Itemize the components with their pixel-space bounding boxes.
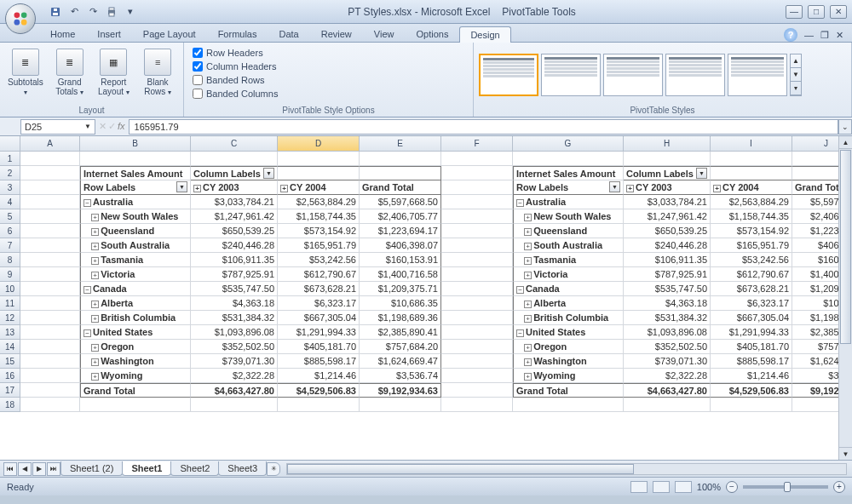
cell[interactable] [711,166,792,180]
cell[interactable]: $1,291,994.33 [278,325,360,340]
cell[interactable] [20,369,80,383]
cell[interactable]: +New South Wales [80,209,191,224]
cell[interactable]: +South Australia [513,238,624,253]
gallery-more-icon[interactable]: ▾ [791,82,801,95]
cell[interactable]: $3,033,784.21 [191,195,278,209]
sheet-tab[interactable]: Sheet1 [122,461,171,476]
sheet-tab[interactable]: Sheet2 [170,461,219,476]
cell[interactable]: +British Columbia [80,311,191,325]
style-thumb[interactable] [479,54,538,96]
cell[interactable]: $352,502.50 [191,340,278,354]
row-headers-checkbox[interactable]: Row Headers [189,46,267,60]
cell[interactable]: +Alberta [513,296,624,311]
cell[interactable]: −United States [513,325,624,340]
cell[interactable] [278,166,360,180]
banded-columns-checkbox[interactable]: Banded Columns [189,87,281,100]
cell[interactable] [441,282,513,296]
cell[interactable]: $4,529,506.83 [711,383,792,398]
cell[interactable]: $573,154.92 [278,224,360,238]
cell[interactable] [20,166,80,180]
cell[interactable] [513,152,624,166]
column-header[interactable]: I [711,136,792,152]
cell[interactable] [441,238,513,253]
zoom-slider[interactable] [743,485,828,489]
cell[interactable]: $1,400,716.58 [360,267,441,282]
cell[interactable]: $573,154.92 [711,224,792,238]
cancel-formula-icon[interactable]: ✕ [99,121,106,132]
cell[interactable] [513,398,624,412]
cell[interactable]: Internet Sales Amount [513,166,624,180]
cell[interactable]: $667,305.04 [278,311,360,325]
cell[interactable]: $535,747.50 [191,282,278,296]
cell[interactable]: $4,529,506.83 [278,383,360,398]
cell[interactable] [20,253,80,267]
sheet-nav-next[interactable]: ▶ [32,462,46,476]
row-header[interactable]: 2 [0,166,20,180]
row-header[interactable]: 18 [0,398,20,412]
cell[interactable]: +Victoria [80,267,191,282]
cell[interactable]: $739,071.30 [191,354,278,369]
cell[interactable]: $673,628.21 [711,282,792,296]
cell[interactable]: +South Australia [80,238,191,253]
sheet-tab[interactable]: Sheet3 [218,461,267,476]
cell[interactable]: $667,305.04 [711,311,792,325]
cell[interactable]: $535,747.50 [624,282,711,296]
cell[interactable]: $885,598.17 [278,354,360,369]
cell[interactable] [191,398,278,412]
cell[interactable]: −United States [80,325,191,340]
cell[interactable]: Column Labels▼ [624,166,711,180]
cell[interactable] [441,209,513,224]
cell[interactable]: $2,322.28 [191,369,278,383]
column-header[interactable]: F [441,136,513,152]
cell[interactable]: $3,033,784.21 [624,195,711,209]
row-header[interactable]: 12 [0,311,20,325]
cell[interactable] [278,152,360,166]
cell[interactable]: $1,209,375.71 [360,282,441,296]
row-header[interactable]: 10 [0,282,20,296]
cell[interactable] [624,152,711,166]
zoom-level[interactable]: 100% [697,482,721,492]
cell[interactable]: $1,291,994.33 [711,325,792,340]
cell[interactable]: $1,247,961.42 [624,209,711,224]
tab-view[interactable]: View [363,26,406,42]
cell[interactable] [20,311,80,325]
cell[interactable] [80,398,191,412]
cell[interactable]: +Queensland [80,224,191,238]
cell[interactable] [191,152,278,166]
tab-page-layout[interactable]: Page Layout [132,26,207,42]
cell[interactable]: $673,628.21 [278,282,360,296]
row-header[interactable]: 9 [0,267,20,282]
cell[interactable]: $757,684.20 [360,340,441,354]
cell[interactable]: −Canada [513,282,624,296]
cell[interactable]: $405,181.70 [711,340,792,354]
banded-rows-checkbox[interactable]: Banded Rows [189,73,268,87]
cell[interactable]: $1,247,961.42 [191,209,278,224]
tab-home[interactable]: Home [39,26,86,42]
column-header[interactable]: E [360,136,441,152]
cell[interactable]: $1,223,694.17 [360,224,441,238]
cell[interactable]: $165,951.79 [278,238,360,253]
tab-formulas[interactable]: Formulas [207,26,268,42]
cell[interactable]: +Oregon [80,340,191,354]
cell[interactable]: $9,192,934.63 [360,383,441,398]
cell[interactable]: $5,597,668.50 [360,195,441,209]
cell[interactable]: $612,790.67 [278,267,360,282]
cell[interactable]: $787,925.91 [191,267,278,282]
cell[interactable] [20,340,80,354]
cell[interactable] [441,354,513,369]
cell[interactable] [441,152,513,166]
qat-customize[interactable]: ▾ [123,4,138,20]
scroll-down-icon[interactable]: ▼ [839,447,852,460]
cell[interactable]: $1,198,689.36 [360,311,441,325]
cell[interactable] [20,267,80,282]
cell[interactable] [20,224,80,238]
redo-button[interactable]: ↷ [85,4,101,20]
cell[interactable]: $352,502.50 [624,340,711,354]
restore-window-icon[interactable]: ❐ [820,30,829,41]
cell[interactable]: +Washington [513,354,624,369]
minimize-button[interactable]: — [786,5,803,19]
maximize-button[interactable]: □ [808,5,825,19]
row-header[interactable]: 13 [0,325,20,340]
cell[interactable]: $2,322.28 [624,369,711,383]
cell[interactable]: $3,536.74 [360,369,441,383]
